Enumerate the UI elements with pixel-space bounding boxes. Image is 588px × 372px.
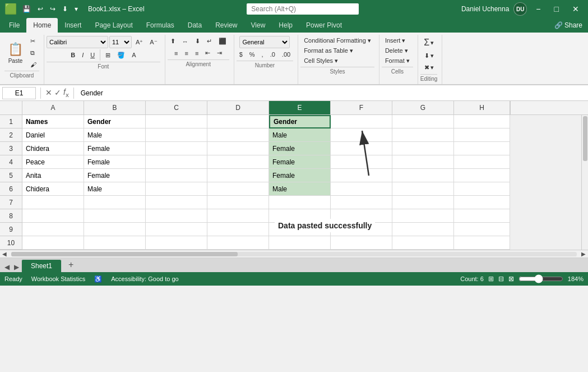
cell-e5[interactable]: Female — [269, 169, 331, 182]
cell-g7[interactable] — [392, 196, 454, 209]
cell-h9[interactable] — [454, 223, 510, 236]
col-header-e[interactable]: E — [269, 101, 331, 114]
align-right-button[interactable]: ≡ — [192, 48, 201, 58]
cell-reference-input[interactable] — [2, 87, 36, 99]
row-header-8[interactable]: 8 — [0, 209, 22, 223]
customize-qa-button[interactable]: ▾ — [72, 4, 80, 14]
cell-e9[interactable] — [269, 223, 331, 236]
cell-c7[interactable] — [146, 196, 207, 209]
underline-button[interactable]: U — [87, 50, 98, 60]
cell-d3[interactable] — [207, 142, 269, 155]
page-layout-view-button[interactable]: ⊟ — [498, 275, 504, 283]
cell-h6[interactable] — [454, 182, 510, 196]
font-family-select[interactable]: Calibri — [47, 36, 108, 48]
cell-a7[interactable] — [22, 196, 84, 209]
borders-button[interactable]: ⊞ — [103, 50, 113, 61]
cell-a10[interactable] — [22, 236, 84, 250]
scroll-right-button[interactable]: ▶ — [579, 251, 588, 257]
page-break-view-button[interactable]: ⊠ — [508, 275, 514, 283]
format-painter-button[interactable]: 🖌 — [27, 59, 39, 70]
cell-c8[interactable] — [146, 209, 207, 223]
cell-f2[interactable] — [331, 128, 392, 142]
row-header-3[interactable]: 3 — [0, 142, 22, 155]
row-header-9[interactable]: 9 — [0, 223, 22, 236]
cell-c2[interactable] — [146, 128, 207, 142]
tab-help[interactable]: Help — [272, 18, 299, 33]
fill-color-button[interactable]: 🪣 — [114, 50, 128, 61]
cell-d2[interactable] — [207, 128, 269, 142]
cell-f1[interactable] — [331, 115, 392, 128]
tab-data[interactable]: Data — [181, 18, 209, 33]
save-button[interactable]: 💾 — [20, 4, 33, 14]
row-header-2[interactable]: 2 — [0, 128, 22, 142]
cell-e1[interactable]: Gender — [269, 115, 331, 128]
cell-a8[interactable] — [22, 209, 84, 223]
font-color-button[interactable]: A — [129, 50, 138, 60]
quick-btn-4[interactable]: ⬇ — [60, 4, 70, 14]
row-header-4[interactable]: 4 — [0, 155, 22, 169]
h-scroll-track[interactable] — [11, 252, 577, 256]
decrease-decimal-button[interactable]: .0 — [267, 49, 278, 59]
cell-b3[interactable]: Female — [84, 142, 146, 155]
cell-d8[interactable] — [207, 209, 269, 223]
cell-b1[interactable]: Gender — [84, 115, 146, 128]
increase-decimal-button[interactable]: .00 — [279, 49, 293, 59]
align-left-button[interactable]: ≡ — [172, 48, 180, 58]
align-top-button[interactable]: ⬆ — [168, 36, 178, 47]
cell-e4[interactable]: Female — [269, 155, 331, 169]
cell-e2[interactable]: Male — [269, 128, 331, 142]
row-header-7[interactable]: 7 — [0, 196, 22, 209]
col-header-h[interactable]: H — [454, 101, 510, 114]
cell-d4[interactable] — [207, 155, 269, 169]
cell-d1[interactable] — [207, 115, 269, 128]
col-header-d[interactable]: D — [207, 101, 269, 114]
percent-button[interactable]: % — [247, 49, 258, 59]
cell-b5[interactable]: Female — [84, 169, 146, 182]
cell-styles-button[interactable]: Cell Styles ▾ — [300, 56, 374, 66]
cell-a6[interactable]: Chidera — [22, 182, 84, 196]
cell-d6[interactable] — [207, 182, 269, 196]
autosum-button[interactable]: Σ ▾ — [421, 36, 437, 49]
cell-h4[interactable] — [454, 155, 510, 169]
tab-file[interactable]: File — [2, 18, 26, 33]
corner-cell[interactable] — [0, 101, 22, 114]
close-button[interactable]: ✕ — [568, 3, 584, 15]
clear-button[interactable]: ✖ ▾ — [422, 62, 437, 73]
cell-g5[interactable] — [392, 169, 454, 182]
tab-power-pivot[interactable]: Power Pivot — [299, 18, 349, 33]
cell-h8[interactable] — [454, 209, 510, 223]
col-header-c[interactable]: C — [146, 101, 207, 114]
format-button[interactable]: Format ▾ — [382, 56, 413, 66]
font-size-select[interactable]: 11 — [109, 36, 132, 48]
cell-d9[interactable] — [207, 223, 269, 236]
scroll-tabs-right-button[interactable]: ▶ — [12, 262, 21, 272]
cell-f5[interactable] — [331, 169, 392, 182]
cell-f10[interactable] — [331, 236, 392, 250]
paste-button[interactable]: 📋 Paste — [4, 38, 26, 68]
search-input[interactable] — [247, 3, 359, 15]
cell-g2[interactable] — [392, 128, 454, 142]
cell-g9[interactable] — [392, 223, 454, 236]
cell-c5[interactable] — [146, 169, 207, 182]
cell-a4[interactable]: Peace — [22, 155, 84, 169]
undo-button[interactable]: ↩ — [35, 4, 45, 14]
cell-b2[interactable]: Male — [84, 128, 146, 142]
zoom-slider[interactable] — [518, 274, 563, 283]
copy-button[interactable]: ⧉ — [27, 48, 39, 58]
comma-button[interactable]: , — [259, 49, 266, 59]
scroll-left-button[interactable]: ◀ — [0, 251, 9, 257]
bold-button[interactable]: B — [68, 50, 78, 60]
cell-b9[interactable] — [84, 223, 146, 236]
cell-g3[interactable] — [392, 142, 454, 155]
cell-a5[interactable]: Anita — [22, 169, 84, 182]
cell-f6[interactable] — [331, 182, 392, 196]
tab-review[interactable]: Review — [209, 18, 244, 33]
workbook-statistics[interactable]: Workbook Statistics — [31, 275, 85, 283]
vertical-scrollbar[interactable] — [581, 115, 588, 250]
cell-g4[interactable] — [392, 155, 454, 169]
cell-a2[interactable]: Daniel — [22, 128, 84, 142]
cell-g1[interactable] — [392, 115, 454, 128]
insert-button[interactable]: Insert ▾ — [382, 36, 413, 45]
cell-a9[interactable] — [22, 223, 84, 236]
cell-h5[interactable] — [454, 169, 510, 182]
